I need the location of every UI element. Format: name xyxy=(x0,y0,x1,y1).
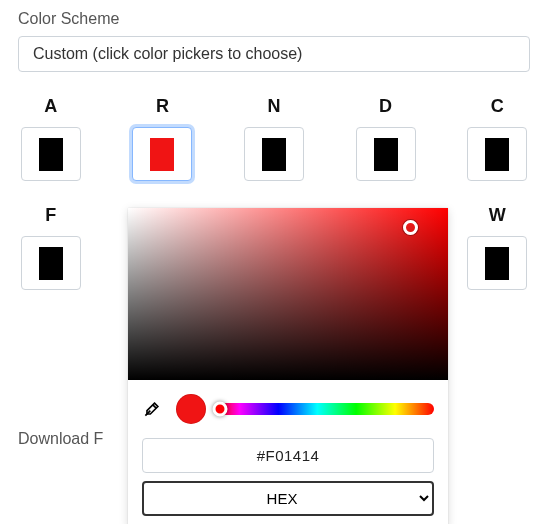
color-preview-dot xyxy=(176,394,206,424)
swatch-a[interactable] xyxy=(21,127,81,181)
swatch-label-n: N xyxy=(267,96,280,117)
saturation-handle[interactable] xyxy=(403,220,418,235)
swatch-c[interactable] xyxy=(467,127,527,181)
swatch-col-c: C xyxy=(464,96,530,181)
saturation-area[interactable] xyxy=(128,208,448,380)
swatch-col-f: F xyxy=(18,205,84,290)
color-scheme-label: Color Scheme xyxy=(18,10,530,28)
swatch-n[interactable] xyxy=(244,127,304,181)
swatch-chip-f xyxy=(39,247,63,280)
swatch-col-w: W xyxy=(464,205,530,290)
swatch-label-r: R xyxy=(156,96,169,117)
swatch-chip-w xyxy=(485,247,509,280)
swatch-label-w: W xyxy=(489,205,506,226)
swatch-chip-d xyxy=(374,138,398,171)
swatch-label-c: C xyxy=(491,96,504,117)
swatch-col-d: D xyxy=(353,96,419,181)
swatch-label-f: F xyxy=(45,205,56,226)
hue-handle[interactable] xyxy=(213,402,228,417)
swatch-chip-a xyxy=(39,138,63,171)
swatch-chip-n xyxy=(262,138,286,171)
eyedropper-icon[interactable] xyxy=(142,399,162,419)
hex-input[interactable] xyxy=(142,438,434,473)
swatch-w[interactable] xyxy=(467,236,527,290)
color-picker-popover: HEX xyxy=(128,208,448,524)
swatch-d[interactable] xyxy=(356,127,416,181)
swatch-col-n: N xyxy=(241,96,307,181)
color-scheme-select-value: Custom (click color pickers to choose) xyxy=(33,45,302,62)
swatch-label-d: D xyxy=(379,96,392,117)
swatch-r[interactable] xyxy=(132,127,192,181)
swatch-chip-r xyxy=(150,138,174,171)
hue-slider[interactable] xyxy=(220,403,434,415)
color-format-select[interactable]: HEX xyxy=(142,481,434,516)
swatch-chip-c xyxy=(485,138,509,171)
swatch-label-a: A xyxy=(44,96,57,117)
color-scheme-select[interactable]: Custom (click color pickers to choose) xyxy=(18,36,530,72)
swatch-f[interactable] xyxy=(21,236,81,290)
swatch-col-a: A xyxy=(18,96,84,181)
swatch-col-r: R xyxy=(130,96,196,181)
